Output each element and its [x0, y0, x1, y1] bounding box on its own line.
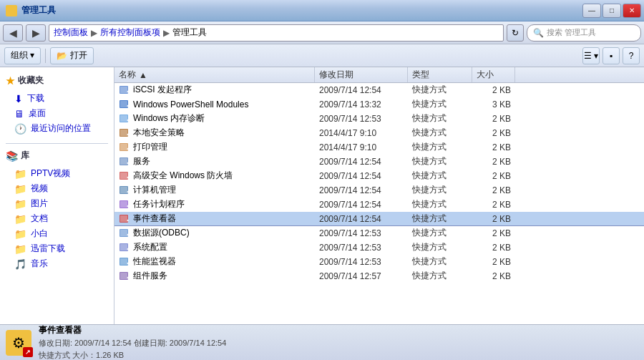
star-icon: ★	[6, 75, 15, 87]
file-icon	[119, 228, 130, 239]
file-icon	[119, 142, 130, 153]
table-row[interactable]: 计算机管理 2009/7/14 12:54 快捷方式 2 KB	[114, 183, 644, 198]
main-area: ★ 收藏夹 ⬇ 下载 🖥 桌面 🕐 最近访问的位置 📚 库 📁	[0, 67, 644, 324]
sidebar-divider	[6, 143, 108, 144]
open-label: 打开	[70, 49, 87, 62]
refresh-button[interactable]: ↻	[507, 24, 524, 42]
open-button[interactable]: 📂 打开	[50, 47, 94, 64]
sort-asc-icon: ▲	[139, 70, 147, 80]
breadcrumb-bar[interactable]: 控制面板 ▶ 所有控制面板项 ▶ 管理工具	[49, 24, 504, 42]
file-name: 打印管理	[133, 141, 167, 153]
view-options-button[interactable]: ☰ ▾	[582, 47, 600, 64]
back-button[interactable]: ◀	[3, 24, 23, 42]
table-row[interactable]: 系统配置 2009/7/14 12:53 快捷方式 2 KB	[114, 240, 644, 255]
col-header-size[interactable]: 大小	[472, 67, 515, 82]
cell-name: 组件服务	[114, 269, 315, 283]
file-list-header: 名称 ▲ 修改日期 类型 大小	[114, 67, 644, 83]
sidebar-item-music[interactable]: 🎵 音乐	[3, 256, 111, 271]
sidebar-item-pictures[interactable]: 📁 图片	[3, 196, 111, 211]
sidebar-item-pptv-label: PPTV视频	[31, 167, 70, 180]
col-header-date[interactable]: 修改日期	[315, 67, 408, 82]
sidebar-item-recent[interactable]: 🕐 最近访问的位置	[3, 121, 111, 136]
organize-button[interactable]: 组织 ▾	[4, 47, 41, 64]
svg-rect-37	[120, 258, 127, 265]
cell-name: 事件查看器	[114, 212, 315, 225]
svg-rect-16	[120, 158, 127, 165]
table-row[interactable]: 性能监视器 2009/7/14 12:53 快捷方式 2 KB	[114, 255, 644, 269]
cell-size: 2 KB	[472, 112, 515, 125]
table-row[interactable]: 任务计划程序 2009/7/14 12:54 快捷方式 2 KB	[114, 198, 644, 212]
file-icon	[119, 242, 130, 253]
maximize-button[interactable]: □	[602, 4, 621, 18]
cell-date: 2009/7/14 12:54	[315, 155, 408, 168]
cell-size: 2 KB	[472, 169, 515, 183]
cell-date: 2009/7/14 12:54	[315, 169, 408, 183]
close-button[interactable]: ✕	[623, 4, 641, 18]
pptv-icon: 📁	[14, 168, 26, 180]
cell-date: 2014/4/17 9:10	[315, 126, 408, 140]
table-row[interactable]: 高级安全 Windows 防火墙 2009/7/14 12:54 快捷方式 2 …	[114, 169, 644, 183]
table-row[interactable]: 本地安全策略 2014/4/17 9:10 快捷方式 2 KB	[114, 126, 644, 140]
table-row[interactable]: 数据源(ODBC) 2009/7/14 12:53 快捷方式 2 KB	[114, 226, 644, 240]
table-row[interactable]: iSCSI 发起程序 2009/7/14 12:54 快捷方式 2 KB	[114, 83, 644, 97]
cell-type: 快捷方式	[408, 226, 472, 240]
sidebar: ★ 收藏夹 ⬇ 下载 🖥 桌面 🕐 最近访问的位置 📚 库 📁	[0, 67, 114, 324]
status-icon: ⚙ ↗	[6, 330, 31, 356]
cell-name: 系统配置	[114, 240, 315, 254]
cell-type: 快捷方式	[408, 169, 472, 183]
status-info: 事件查看器 修改日期: 2009/7/14 12:54 创建日期: 2009/7…	[39, 324, 226, 360]
table-row[interactable]: 打印管理 2014/4/17 9:10 快捷方式 2 KB	[114, 140, 644, 155]
file-name: 计算机管理	[133, 184, 176, 196]
table-row[interactable]: 组件服务 2009/7/14 12:57 快捷方式 2 KB	[114, 269, 644, 283]
sidebar-item-video[interactable]: 📁 视频	[3, 181, 111, 196]
status-sep: 创建日期:	[134, 339, 170, 347]
sidebar-item-download[interactable]: ⬇ 下载	[3, 91, 111, 106]
col-header-type[interactable]: 类型	[408, 67, 472, 82]
breadcrumb-item-3[interactable]: 管理工具	[172, 26, 207, 39]
cell-date: 2009/7/14 12:53	[315, 112, 408, 125]
col-header-name[interactable]: 名称 ▲	[114, 67, 315, 82]
table-row[interactable]: Windows PowerShell Modules 2009/7/14 13:…	[114, 97, 644, 112]
sidebar-item-thunder[interactable]: 📁 迅雷下载	[3, 241, 111, 256]
cell-size: 2 KB	[472, 126, 515, 140]
sidebar-item-pptv[interactable]: 📁 PPTV视频	[3, 166, 111, 181]
pane-button[interactable]: ▪	[602, 47, 620, 64]
sidebar-item-xiaobai[interactable]: 📁 小白	[3, 226, 111, 241]
library-icon: 📚	[6, 150, 18, 162]
cell-type: 快捷方式	[408, 255, 472, 268]
file-name: 数据源(ODBC)	[133, 227, 190, 239]
sidebar-item-desktop[interactable]: 🖥 桌面	[3, 106, 111, 121]
help-button[interactable]: ?	[623, 47, 640, 64]
file-icon	[119, 185, 130, 196]
sidebar-item-music-label: 音乐	[31, 258, 48, 270]
cell-name: 性能监视器	[114, 255, 315, 268]
minimize-button[interactable]: —	[582, 4, 601, 18]
cell-type: 快捷方式	[408, 183, 472, 197]
svg-rect-28	[120, 215, 127, 222]
table-row[interactable]: 事件查看器 2009/7/14 12:54 快捷方式 2 KB	[114, 212, 644, 226]
sidebar-item-pictures-label: 图片	[31, 198, 48, 210]
file-name: Windows 内存诊断	[133, 112, 205, 125]
status-meta-row1: 修改日期: 2009/7/14 12:54 创建日期: 2009/7/14 12…	[39, 338, 226, 349]
download-icon: ⬇	[14, 93, 23, 104]
recent-icon: 🕐	[14, 123, 26, 135]
svg-rect-4	[120, 101, 127, 107]
cell-name: 本地安全策略	[114, 126, 315, 140]
docs-icon: 📁	[14, 213, 26, 225]
file-name: 高级安全 Windows 防火墙	[133, 170, 233, 182]
breadcrumb-item-1[interactable]: 控制面板	[54, 26, 88, 39]
status-create-date: 2009/7/14 12:54	[170, 339, 227, 347]
svg-rect-13	[120, 144, 127, 150]
sidebar-item-recent-label: 最近访问的位置	[31, 122, 91, 135]
sidebar-item-docs[interactable]: 📁 文档	[3, 211, 111, 226]
sidebar-item-video-label: 视频	[31, 183, 48, 195]
table-row[interactable]: 服务 2009/7/14 12:54 快捷方式 2 KB	[114, 155, 644, 169]
breadcrumb-item-2[interactable]: 所有控制面板项	[100, 26, 160, 39]
cell-type: 快捷方式	[408, 212, 472, 225]
svg-rect-22	[120, 187, 127, 193]
table-row[interactable]: Windows 内存诊断 2009/7/14 12:53 快捷方式 2 KB	[114, 112, 644, 126]
file-name: 性能监视器	[133, 256, 176, 268]
forward-button[interactable]: ▶	[26, 24, 46, 42]
search-bar[interactable]: 🔍 搜索 管理工具	[527, 24, 641, 42]
cell-size: 2 KB	[472, 226, 515, 240]
